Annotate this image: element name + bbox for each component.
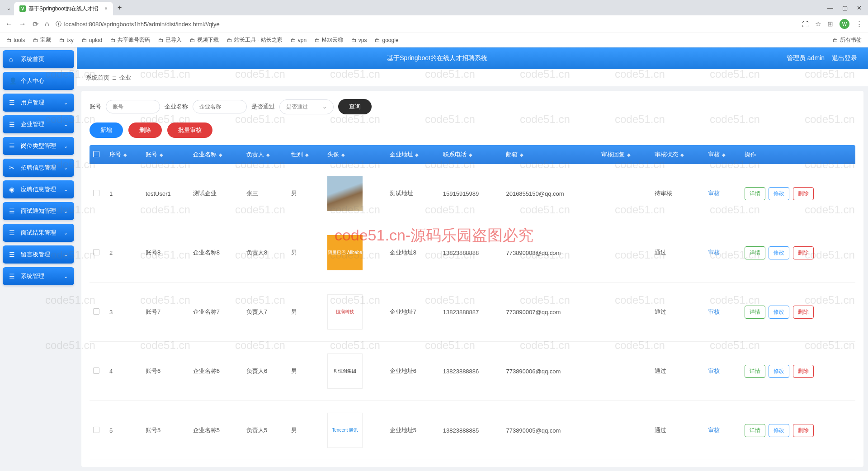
- bookmark-item[interactable]: 🗀 google: [375, 37, 398, 43]
- filter-pass-select[interactable]: 是否通过 ⌄: [279, 99, 334, 114]
- edit-button[interactable]: 修改: [769, 365, 789, 378]
- table-header-cell[interactable]: 审核 ◆: [704, 145, 741, 164]
- site-info-icon[interactable]: ⓘ: [56, 20, 61, 28]
- table-header-cell[interactable]: [90, 145, 106, 164]
- sidebar-item[interactable]: ☰留言板管理⌄: [3, 245, 74, 264]
- avatar-thumbnail[interactable]: 恒润科技: [327, 294, 363, 330]
- extensions-icon[interactable]: ⊞: [827, 20, 833, 28]
- audit-link[interactable]: 审核: [708, 367, 720, 374]
- audit-link[interactable]: 审核: [708, 249, 720, 256]
- admin-label[interactable]: 管理员 admin: [787, 54, 825, 62]
- minimize-icon[interactable]: —: [827, 5, 833, 11]
- delete-row-button[interactable]: 删除: [793, 424, 814, 437]
- reload-icon[interactable]: ⟳: [33, 20, 38, 28]
- detail-button[interactable]: 详情: [745, 365, 765, 378]
- delete-row-button[interactable]: 删除: [793, 246, 814, 259]
- add-button[interactable]: 新增: [90, 122, 123, 138]
- table-header-cell[interactable]: 审核回复 ◆: [598, 145, 651, 164]
- close-window-icon[interactable]: ✕: [857, 5, 862, 11]
- new-tab-button[interactable]: +: [113, 4, 126, 12]
- sidebar-item[interactable]: ✂招聘信息管理⌄: [3, 159, 74, 177]
- bookmark-item[interactable]: 🗀 txy: [59, 37, 73, 43]
- row-checkbox[interactable]: [93, 190, 99, 196]
- logout-link[interactable]: 退出登录: [832, 54, 857, 62]
- table-header-cell[interactable]: 负责人 ◆: [243, 145, 288, 164]
- table-header-cell[interactable]: 企业地址 ◆: [386, 145, 439, 164]
- delete-row-button[interactable]: 删除: [793, 306, 814, 319]
- row-checkbox[interactable]: [93, 308, 99, 315]
- home-icon[interactable]: ⌂: [45, 20, 49, 28]
- delete-row-button[interactable]: 删除: [793, 365, 814, 378]
- search-button[interactable]: 查询: [338, 99, 372, 114]
- table-header-cell[interactable]: 序号 ◆: [106, 145, 142, 164]
- maximize-icon[interactable]: ▢: [842, 5, 848, 11]
- bookmark-item[interactable]: 🗀 宝藏: [33, 36, 51, 44]
- table-header-cell[interactable]: 邮箱 ◆: [502, 145, 598, 164]
- sidebar-item-label: 系统首页: [21, 55, 44, 63]
- avatar-thumbnail[interactable]: [327, 176, 363, 211]
- back-icon[interactable]: ←: [5, 20, 13, 28]
- checkbox-all[interactable]: [93, 151, 99, 157]
- tab-dropdown-icon[interactable]: ⌄: [4, 5, 14, 11]
- edit-button[interactable]: 修改: [769, 246, 789, 259]
- bookmark-star-icon[interactable]: ☆: [815, 20, 821, 28]
- filter-company-input[interactable]: [193, 100, 247, 113]
- address-bar[interactable]: ⓘ localhost:8080/springboots1hh5/admin/d…: [56, 20, 796, 28]
- cell-gender: 男: [288, 401, 324, 460]
- translate-icon[interactable]: ⛶: [802, 20, 809, 28]
- audit-link[interactable]: 审核: [708, 190, 720, 197]
- avatar-thumbnail[interactable]: Tencent 腾讯: [327, 413, 363, 448]
- sidebar-item[interactable]: ⌂系统首页: [3, 50, 74, 68]
- table-header-cell[interactable]: 审核状态 ◆: [651, 145, 704, 164]
- cell-reply: [598, 342, 651, 401]
- all-bookmarks[interactable]: 🗀 所有书签: [833, 36, 862, 44]
- delete-row-button[interactable]: 删除: [793, 187, 814, 200]
- delete-button[interactable]: 删除: [128, 122, 162, 138]
- bookmark-item[interactable]: 🗀 vpn: [291, 37, 307, 43]
- forward-icon[interactable]: →: [19, 20, 26, 28]
- bookmark-item[interactable]: 🗀 uplod: [82, 37, 102, 43]
- sidebar-item[interactable]: ☰面试通知管理⌄: [3, 202, 74, 220]
- breadcrumb-home[interactable]: 系统首页: [86, 74, 109, 82]
- avatar-thumbnail[interactable]: 阿里巴巴 Alibaba: [327, 235, 363, 270]
- sidebar-item[interactable]: ☰岗位类型管理⌄: [3, 137, 74, 155]
- row-checkbox[interactable]: [93, 367, 99, 374]
- table-header-cell[interactable]: 操作: [741, 145, 855, 164]
- bookmark-item[interactable]: 🗀 Max云梯: [315, 36, 343, 44]
- bookmark-item[interactable]: 🗀 tools: [6, 37, 25, 43]
- detail-button[interactable]: 详情: [745, 187, 765, 200]
- table-header-cell[interactable]: 头像 ◆: [324, 145, 386, 164]
- bookmark-item[interactable]: 🗀 vps: [351, 37, 367, 43]
- profile-avatar[interactable]: W: [840, 19, 849, 29]
- avatar-thumbnail[interactable]: K 恒创集团: [327, 353, 363, 389]
- bookmark-item[interactable]: 🗀 视频下载: [190, 36, 219, 44]
- audit-link[interactable]: 审核: [708, 308, 720, 315]
- browser-tab[interactable]: V 基于Springboot的在线人才招 ×: [14, 2, 113, 15]
- table-header-cell[interactable]: 企业名称 ◆: [189, 145, 243, 164]
- sidebar-item[interactable]: 👤个人中心: [3, 72, 74, 90]
- sidebar-item[interactable]: ☰用户管理⌄: [3, 94, 74, 112]
- sidebar-item[interactable]: ☰企业管理⌄: [3, 115, 74, 133]
- table-header-cell[interactable]: 联系电话 ◆: [439, 145, 503, 164]
- table-header-cell[interactable]: 账号 ◆: [142, 145, 189, 164]
- row-checkbox[interactable]: [93, 249, 99, 255]
- close-icon[interactable]: ×: [104, 5, 108, 12]
- detail-button[interactable]: 详情: [745, 306, 765, 319]
- sidebar-item[interactable]: ☰系统管理⌄: [3, 267, 74, 285]
- edit-button[interactable]: 修改: [769, 306, 789, 319]
- audit-link[interactable]: 审核: [708, 427, 720, 433]
- bookmark-item[interactable]: 🗀 已导入: [158, 36, 182, 44]
- edit-button[interactable]: 修改: [769, 187, 789, 200]
- edit-button[interactable]: 修改: [769, 424, 789, 437]
- batch-audit-button[interactable]: 批量审核: [167, 122, 212, 138]
- sidebar-item[interactable]: ☰面试结果管理⌄: [3, 224, 74, 242]
- menu-icon[interactable]: ⋮: [856, 20, 863, 28]
- table-header-cell[interactable]: 性别 ◆: [288, 145, 324, 164]
- detail-button[interactable]: 详情: [745, 246, 765, 259]
- bookmark-item[interactable]: 🗀 共享账号密码: [110, 36, 150, 44]
- sidebar-item[interactable]: ◉应聘信息管理⌄: [3, 180, 74, 198]
- bookmark-item[interactable]: 🗀 站长工具 - 站长之家: [227, 36, 283, 44]
- row-checkbox[interactable]: [93, 427, 99, 433]
- detail-button[interactable]: 详情: [745, 424, 765, 437]
- filter-account-input[interactable]: [106, 100, 160, 113]
